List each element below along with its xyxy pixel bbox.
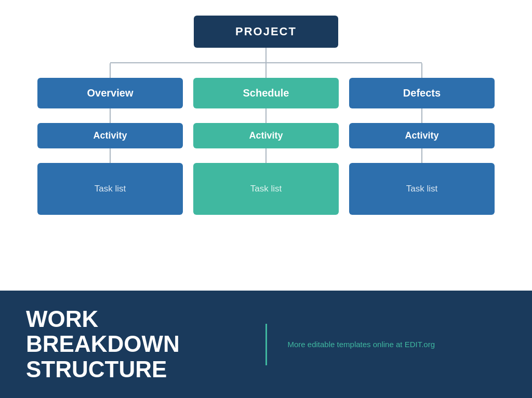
- overview-activity-label: Activity: [93, 130, 127, 141]
- col2-line-top: [265, 63, 267, 78]
- schedule-activity-box: Activity: [193, 123, 339, 148]
- horizontal-connector: [110, 62, 422, 63]
- schedule-activity-label: Activity: [249, 130, 283, 141]
- overview-box: Overview: [37, 78, 183, 108]
- schedule-tasklist-box: Task list: [193, 163, 339, 215]
- overview-activity-box: Activity: [37, 123, 183, 148]
- root-line-down: [265, 48, 267, 62]
- column-schedule: Schedule Activity Task list: [193, 78, 339, 215]
- defects-line-down: [421, 108, 422, 123]
- overview-tasklist-box: Task list: [37, 163, 183, 215]
- footer-area: WORK BREAKDOWN STRUCTURE More editable t…: [0, 291, 532, 398]
- footer-divider: [265, 324, 267, 365]
- defects-tasklist-box: Task list: [349, 163, 495, 215]
- footer-subtitle: More editable templates online at EDIT.o…: [288, 338, 507, 351]
- schedule-label: Schedule: [243, 87, 289, 99]
- defects-activity-label: Activity: [405, 130, 438, 141]
- schedule-line-down: [265, 108, 267, 123]
- defects-label: Defects: [403, 87, 441, 99]
- schedule-tasklist-label: Task list: [250, 184, 282, 194]
- footer-title: WORK BREAKDOWN STRUCTURE: [26, 307, 245, 382]
- footer-title-line2: STRUCTURE: [26, 357, 245, 382]
- defects-tasklist-label: Task list: [406, 184, 437, 194]
- diagram-area: PROJECT Overview: [0, 0, 532, 291]
- defects-box: Defects: [349, 78, 495, 108]
- overview-tasklist-label: Task list: [95, 184, 126, 194]
- schedule-activity-line: [265, 148, 267, 163]
- column-overview: Overview Activity Task list: [37, 78, 183, 215]
- schedule-box: Schedule: [193, 78, 339, 108]
- col1-line-top: [110, 63, 111, 78]
- column-defects: Defects Activity Task list: [349, 78, 495, 215]
- defects-activity-box: Activity: [349, 123, 495, 148]
- project-root-node: PROJECT: [194, 16, 338, 48]
- col3-line-top: [421, 63, 422, 78]
- overview-activity-line: [110, 148, 111, 163]
- project-root-label: PROJECT: [235, 25, 297, 38]
- columns-row: Overview Activity Task list Schedule Ac: [24, 78, 508, 215]
- overview-line-down: [110, 108, 111, 123]
- footer-title-line1: WORK BREAKDOWN: [26, 307, 245, 357]
- defects-activity-line: [421, 148, 422, 163]
- overview-label: Overview: [87, 87, 134, 99]
- main-container: PROJECT Overview: [0, 0, 532, 398]
